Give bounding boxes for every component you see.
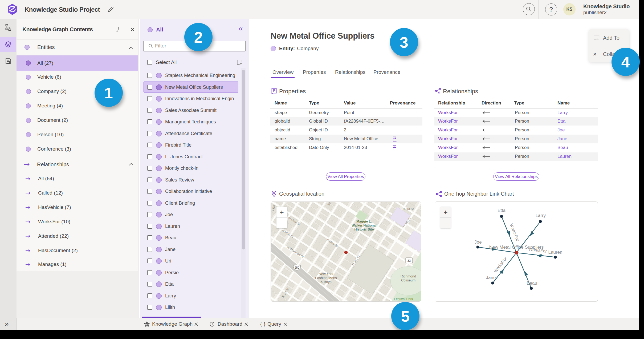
svg-text:& Boys: & Boys [320, 280, 332, 284]
svg-text:Etta: Etta [498, 208, 506, 213]
svg-text:WorksFor: WorksFor [528, 247, 547, 253]
svg-text:Richmond: Richmond [401, 274, 416, 278]
svg-text:WorksFor: WorksFor [493, 256, 508, 273]
svg-text:Beau: Beau [527, 281, 537, 286]
svg-text:New York: New York [319, 272, 333, 276]
svg-text:Walker National: Walker National [352, 224, 376, 227]
svg-text:33: 33 [407, 259, 411, 262]
svg-text:Joe: Joe [474, 240, 482, 245]
svg-text:Larry: Larry [536, 213, 546, 218]
svg-text:250: 250 [295, 266, 299, 269]
svg-text:Jane: Jane [486, 275, 496, 280]
svg-text:Lauren: Lauren [548, 250, 563, 255]
svg-text:Historic Site: Historic Site [354, 228, 374, 231]
svg-text:Fashion Mens: Fashion Mens [315, 276, 337, 280]
svg-text:Maggie L.: Maggie L. [356, 220, 372, 223]
svg-text:Festival Park: Festival Park [394, 297, 413, 301]
svg-text:Coliseum: Coliseum [401, 278, 415, 282]
svg-text:N 3rd St: N 3rd St [402, 207, 414, 211]
